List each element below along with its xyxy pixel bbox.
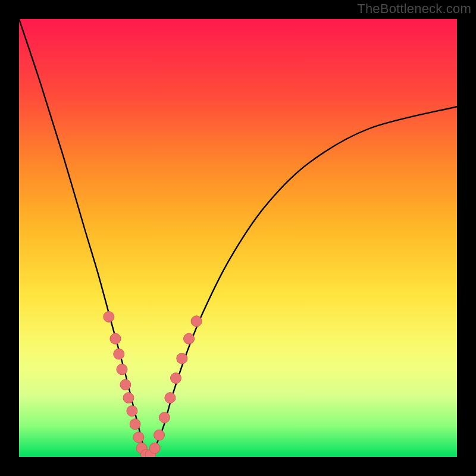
watermark-text: TheBottleneck.com bbox=[357, 1, 471, 17]
config-marker bbox=[114, 349, 124, 359]
config-marker bbox=[104, 311, 114, 322]
config-marker bbox=[184, 333, 195, 344]
config-marker bbox=[123, 393, 134, 403]
config-marker bbox=[170, 373, 181, 384]
config-marker bbox=[191, 316, 202, 327]
plot-frame bbox=[19, 19, 457, 457]
config-marker bbox=[154, 430, 165, 440]
config-marker bbox=[130, 419, 140, 430]
config-marker bbox=[110, 333, 121, 344]
config-marker bbox=[133, 432, 144, 443]
config-marker bbox=[149, 443, 160, 453]
marker-group bbox=[104, 311, 202, 457]
config-marker bbox=[165, 393, 176, 403]
config-marker bbox=[117, 364, 127, 375]
config-marker bbox=[159, 412, 170, 423]
config-marker bbox=[120, 380, 131, 390]
config-marker bbox=[127, 406, 137, 416]
bottleneck-curve bbox=[19, 19, 457, 457]
config-marker bbox=[177, 353, 187, 364]
bottleneck-chart bbox=[19, 19, 457, 457]
